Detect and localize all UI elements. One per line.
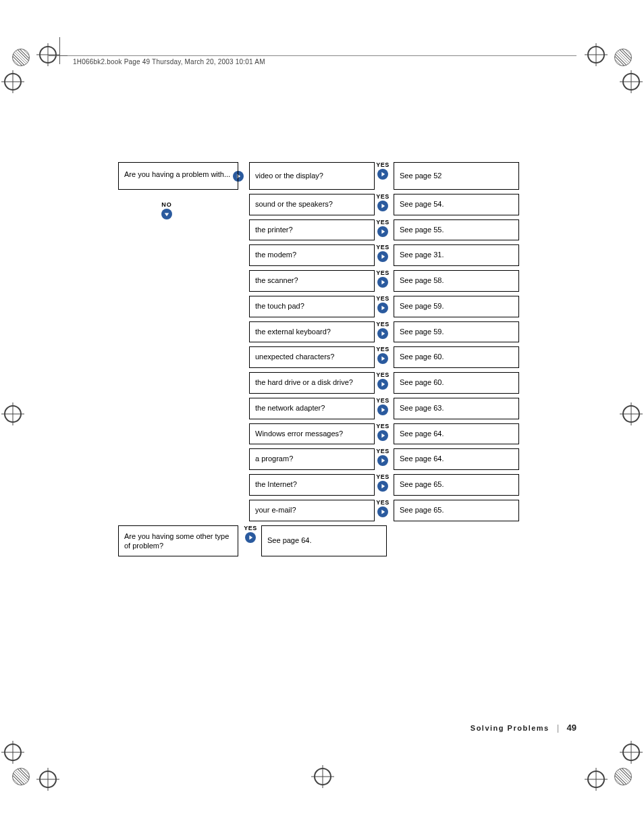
troubleshoot-row: the hard drive or a disk drive? YES See … bbox=[118, 372, 510, 394]
arrow-right-icon bbox=[377, 481, 388, 492]
yes-branch: YES bbox=[375, 398, 391, 419]
question-cell: the hard drive or a disk drive? bbox=[249, 372, 375, 394]
question-cell: the modem? bbox=[249, 244, 375, 266]
answer-cell: See page 65. bbox=[394, 500, 519, 521]
yes-branch: YES bbox=[375, 296, 391, 317]
arrow-right-icon bbox=[245, 532, 256, 543]
arrow-right-icon bbox=[377, 277, 388, 288]
page-number: 49 bbox=[567, 723, 576, 733]
crop-ring-icon bbox=[622, 73, 640, 90]
yes-label: YES bbox=[376, 474, 390, 480]
answer-cell: See page 59. bbox=[394, 296, 519, 317]
question-cell: the touch pad? bbox=[249, 296, 375, 317]
question-cell: the scanner? bbox=[249, 270, 375, 292]
arrow-right-icon bbox=[377, 328, 388, 339]
question-cell: your e-mail? bbox=[249, 500, 375, 521]
question-cell: the network adapter? bbox=[249, 398, 375, 419]
crop-tee-icon bbox=[59, 37, 60, 64]
arrow-right-icon bbox=[377, 201, 388, 211]
arrow-right-icon bbox=[377, 303, 388, 313]
yes-label: YES bbox=[376, 219, 390, 226]
answer-cell: See page 64. bbox=[394, 448, 519, 470]
answer-cell: See page 64. bbox=[261, 525, 387, 557]
crop-ring-icon bbox=[622, 405, 640, 423]
yes-branch: YES bbox=[375, 270, 391, 292]
arrow-right-icon bbox=[377, 405, 388, 415]
troubleshoot-row: the modem? YES See page 31. bbox=[118, 244, 510, 266]
troubleshoot-row: the touch pad? YES See page 59. bbox=[118, 296, 510, 317]
crop-ring-icon bbox=[4, 73, 22, 90]
yes-label: YES bbox=[376, 346, 390, 353]
answer-cell: See page 65. bbox=[394, 474, 519, 496]
yes-branch: YES bbox=[375, 346, 391, 368]
question-cell: unexpected characters? bbox=[249, 346, 375, 368]
footer-divider: | bbox=[557, 723, 559, 733]
yes-branch: YES bbox=[375, 194, 391, 215]
no-label: NO bbox=[161, 201, 172, 208]
question-cell: the external keyboard? bbox=[249, 321, 375, 343]
question-cell: a program? bbox=[249, 448, 375, 470]
arrow-right-icon bbox=[377, 455, 388, 466]
question-cell: sound or the speakers? bbox=[249, 194, 375, 215]
yes-label: YES bbox=[376, 162, 390, 168]
no-branch: NO bbox=[161, 201, 172, 219]
section-title: Solving Problems bbox=[471, 724, 549, 732]
yes-label: YES bbox=[244, 525, 257, 531]
question-cell: the Internet? bbox=[249, 474, 375, 496]
yes-branch: YES bbox=[375, 219, 391, 241]
troubleshoot-row: the Internet? YES See page 65. bbox=[118, 474, 510, 496]
yes-label: YES bbox=[376, 398, 390, 404]
arrow-down-icon bbox=[161, 209, 172, 219]
crop-ring-icon bbox=[39, 46, 57, 63]
answer-cell: See page 55. bbox=[394, 219, 519, 241]
answer-cell: See page 52 bbox=[394, 162, 519, 190]
yes-label: YES bbox=[376, 194, 390, 200]
crop-ring-icon bbox=[314, 768, 331, 785]
yes-label: YES bbox=[376, 372, 390, 378]
yes-label: YES bbox=[376, 448, 390, 454]
crop-ring-icon bbox=[4, 405, 22, 423]
crop-tee-icon bbox=[49, 55, 69, 56]
arrow-right-icon bbox=[377, 169, 388, 180]
page-footer: Solving Problems | 49 bbox=[471, 723, 576, 733]
troubleshoot-row: the external keyboard? YES See page 59. bbox=[118, 321, 510, 343]
crop-ring-icon bbox=[587, 46, 605, 63]
answer-cell: See page 31. bbox=[394, 244, 519, 266]
troubleshoot-row: your e-mail? YES See page 65. bbox=[118, 500, 510, 521]
yes-label: YES bbox=[376, 270, 390, 276]
troubleshoot-row: the scanner? YES See page 58. bbox=[118, 270, 510, 292]
troubleshoot-row: sound or the speakers? YES See page 54. bbox=[118, 194, 510, 215]
crop-hatch-icon bbox=[12, 768, 30, 785]
yes-branch: YES bbox=[375, 448, 391, 470]
crop-ring-icon bbox=[587, 771, 605, 788]
yes-branch: YES bbox=[375, 162, 391, 190]
question-cell: the printer? bbox=[249, 219, 375, 241]
yes-branch: YES bbox=[375, 244, 391, 266]
arrow-right-icon bbox=[377, 353, 388, 364]
answer-cell: See page 64. bbox=[394, 423, 519, 445]
arrow-right-icon bbox=[377, 379, 388, 390]
troubleshoot-row: Are you having a problem with... NO vide… bbox=[118, 162, 510, 190]
crop-ring-icon bbox=[4, 744, 22, 761]
header-metadata: 1H066bk2.book Page 49 Thursday, March 20… bbox=[73, 58, 265, 66]
yes-label: YES bbox=[376, 321, 390, 328]
other-question: Are you having some other type of proble… bbox=[118, 525, 238, 557]
answer-cell: See page 59. bbox=[394, 321, 519, 343]
header-rule bbox=[68, 55, 576, 56]
yes-label: YES bbox=[376, 423, 390, 429]
question-cell: Windows error messages? bbox=[249, 423, 375, 445]
yes-branch: YES bbox=[375, 423, 391, 445]
yes-branch: YES bbox=[375, 321, 391, 343]
yes-branch: YES bbox=[375, 372, 391, 394]
yes-branch: YES bbox=[375, 500, 391, 521]
intro-question: Are you having a problem with... bbox=[118, 162, 238, 190]
answer-cell: See page 60. bbox=[394, 346, 519, 368]
answer-cell: See page 54. bbox=[394, 194, 519, 215]
crop-hatch-icon bbox=[614, 49, 632, 66]
answer-cell: See page 58. bbox=[394, 270, 519, 292]
other-problem-row: Are you having some other type of proble… bbox=[118, 525, 510, 557]
troubleshoot-row: the network adapter? YES See page 63. bbox=[118, 398, 510, 419]
troubleshoot-row: the printer? YES See page 55. bbox=[118, 219, 510, 241]
crop-hatch-icon bbox=[614, 768, 632, 785]
yes-branch: YES bbox=[242, 525, 259, 557]
